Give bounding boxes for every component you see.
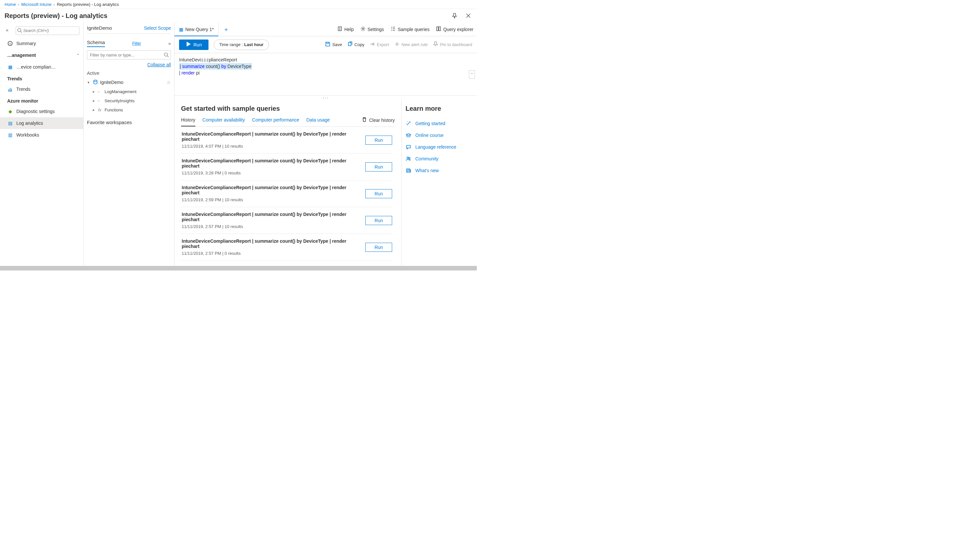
- learn-item[interactable]: Community: [405, 153, 473, 165]
- pin-icon: [433, 42, 438, 48]
- history-row: IntuneDeviceComplianceReport | summarize…: [181, 207, 393, 234]
- learn-link[interactable]: What's new: [415, 168, 439, 173]
- explorer-icon: [436, 26, 441, 32]
- learn-item[interactable]: Language reference: [405, 141, 473, 153]
- nav-device-compliance[interactable]: ▦ …evice complian…: [0, 61, 84, 73]
- pin-dashboard-button[interactable]: Pin to dashboard: [433, 42, 472, 48]
- nav-section-trends: Trends: [0, 73, 84, 83]
- resize-grip[interactable]: ⋯: [175, 96, 477, 99]
- history-row: IntuneDeviceComplianceReport | summarize…: [181, 154, 393, 180]
- learn-more-heading: Learn more: [405, 105, 473, 112]
- history-query-text: IntuneDeviceComplianceReport | summarize…: [182, 239, 365, 249]
- page-title: Reports (preview) - Log analytics: [5, 12, 108, 19]
- history-meta: 11/11/2019, 2:57 PM | 0 results: [182, 251, 365, 256]
- schema-filter-input[interactable]: [87, 50, 171, 59]
- history-query-text: IntuneDeviceComplianceReport | summarize…: [182, 212, 365, 222]
- collapse-schema-icon[interactable]: «: [168, 41, 171, 46]
- help-button[interactable]: Help: [337, 26, 354, 32]
- cube-icon: ▫: [98, 89, 103, 94]
- tab-computer-performance[interactable]: Computer performance: [252, 117, 299, 127]
- history-run-button[interactable]: Run: [365, 216, 392, 225]
- settings-button[interactable]: Settings: [360, 26, 384, 32]
- schema-tab[interactable]: Schema: [87, 40, 105, 47]
- schema-child-security[interactable]: ▸ ▫ SecurityInsights: [87, 96, 171, 105]
- learn-item[interactable]: Getting started: [405, 118, 473, 129]
- chevron-down-icon: ▾: [88, 80, 91, 85]
- nav-trends[interactable]: Trends: [0, 83, 84, 95]
- history-meta: 11/11/2019, 2:57 PM | 10 results: [182, 224, 365, 229]
- time-range-picker[interactable]: Time range : Last hour: [214, 40, 269, 50]
- gear-icon: [360, 26, 366, 32]
- learn-link[interactable]: Online course: [415, 133, 443, 138]
- query-editor[interactable]: IntuneDevi▮▮▮plianceReport | summarize c…: [175, 53, 477, 96]
- cube-icon: ▫: [98, 98, 103, 103]
- learn-link[interactable]: Getting started: [415, 121, 445, 126]
- svg-point-4: [362, 28, 364, 30]
- add-tab-button[interactable]: ＋: [218, 26, 234, 33]
- svg-point-9: [407, 157, 409, 159]
- query-tab-label: New Query 1*: [185, 27, 214, 32]
- svg-point-2: [164, 53, 168, 56]
- query-explorer-button[interactable]: Query explorer: [436, 26, 474, 32]
- learn-item[interactable]: What's new: [405, 165, 473, 176]
- schema-child-logmanagement[interactable]: ▸ ▫ LogManagement: [87, 87, 171, 96]
- save-button[interactable]: Save: [325, 42, 342, 48]
- clear-history-button[interactable]: Clear history: [362, 117, 395, 127]
- pin-icon[interactable]: [451, 12, 458, 19]
- tab-history[interactable]: History: [181, 117, 195, 127]
- select-scope-link[interactable]: Select Scope: [144, 26, 171, 31]
- schema-workspace[interactable]: ▾ IgniteDemo ☆: [87, 78, 171, 87]
- close-icon[interactable]: [464, 12, 472, 19]
- nav-item-label: Log analytics: [16, 120, 43, 126]
- learn-link[interactable]: Language reference: [415, 144, 456, 149]
- tab-data-usage[interactable]: Data usage: [306, 117, 330, 127]
- grad-icon: [405, 133, 411, 138]
- collapse-editor-icon[interactable]: ⌃: [469, 70, 475, 79]
- log-icon: ▤: [7, 120, 13, 126]
- results-heading: Get started with sample queries: [181, 105, 395, 112]
- learn-link[interactable]: Community: [415, 156, 439, 161]
- history-run-button[interactable]: Run: [365, 189, 392, 198]
- fx-icon: fx: [98, 107, 103, 112]
- query-tab-1[interactable]: ▦ New Query 1*: [175, 22, 218, 36]
- sample-queries-button[interactable]: Sample queries: [390, 26, 429, 32]
- learn-item[interactable]: Online course: [405, 129, 473, 141]
- history-row: IntuneDeviceComplianceReport | summarize…: [181, 127, 393, 154]
- copy-icon: [347, 42, 353, 48]
- breadcrumb-home[interactable]: Home: [5, 2, 16, 7]
- nav-diagnostic-settings[interactable]: ◆ Diagnostic settings: [0, 106, 84, 117]
- nav-log-analytics[interactable]: ▤ Log analytics: [0, 117, 84, 129]
- schema-panel: IgniteDemo Select Scope Schema Filter « …: [84, 22, 175, 266]
- nav-workbooks[interactable]: ▥ Workbooks: [0, 129, 84, 141]
- breadcrumb: Home › Microsoft Intune › Reports (previ…: [0, 0, 477, 9]
- run-button[interactable]: Run: [179, 40, 209, 50]
- chevron-up-icon[interactable]: ⌃: [77, 53, 79, 58]
- history-run-button[interactable]: Run: [365, 243, 392, 252]
- tab-computer-availability[interactable]: Computer availability: [202, 117, 245, 127]
- chevron-right-icon: ▸: [93, 99, 96, 103]
- svg-point-10: [409, 157, 410, 159]
- database-icon: [93, 79, 98, 86]
- history-row: IntuneDeviceComplianceReport | summarize…: [181, 180, 393, 207]
- copy-button[interactable]: Copy: [347, 42, 365, 48]
- star-icon[interactable]: ☆: [167, 80, 171, 85]
- play-icon: [186, 42, 191, 48]
- nav-section-azure: Azure monitor: [0, 95, 84, 106]
- history-run-button[interactable]: Run: [365, 162, 392, 172]
- new-alert-button[interactable]: New alert rule: [394, 42, 428, 48]
- nav-summary[interactable]: Summary: [0, 38, 84, 49]
- schema-child-label: Functions: [104, 107, 123, 112]
- schema-child-functions[interactable]: ▸ fx Functions: [87, 105, 171, 114]
- chevron-right-icon: ›: [54, 2, 55, 7]
- schema-filter-link[interactable]: Filter: [132, 41, 141, 46]
- search-input[interactable]: [16, 26, 79, 35]
- export-button[interactable]: Export: [370, 42, 389, 48]
- collapse-all-link[interactable]: Collapse all: [147, 62, 171, 67]
- wand-icon: [405, 121, 411, 126]
- history-meta: 11/11/2019, 4:07 PM | 10 results: [182, 144, 365, 149]
- history-run-button[interactable]: Run: [365, 136, 392, 145]
- export-icon: [370, 42, 375, 48]
- collapse-nav-icon[interactable]: «: [6, 27, 8, 33]
- breadcrumb-intune[interactable]: Microsoft Intune: [21, 2, 51, 7]
- book-icon: ▥: [7, 132, 13, 138]
